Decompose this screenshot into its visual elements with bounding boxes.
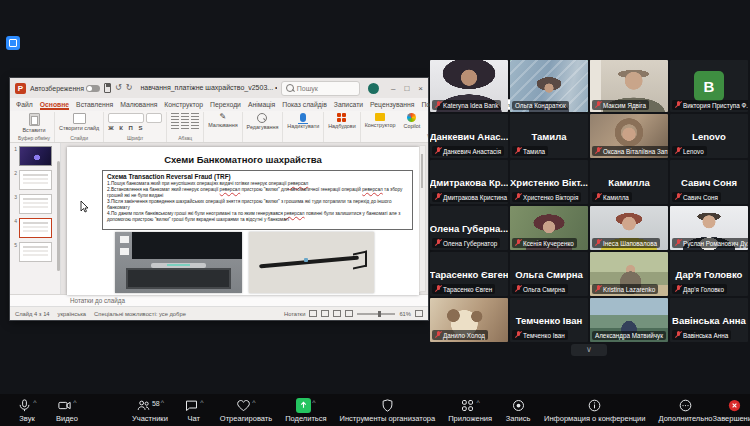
document-title[interactable]: навчання_платіжне шахрайство_v2503... • … bbox=[140, 84, 276, 92]
slide-thumbnail-5[interactable]: 5 bbox=[12, 242, 58, 262]
tab-design[interactable]: Конструктор bbox=[164, 101, 203, 108]
bullet-list-icon[interactable] bbox=[171, 113, 179, 120]
participant-tile-savych[interactable]: Савич Соня Савич Соня bbox=[670, 160, 748, 204]
designer-button[interactable]: Конструктор bbox=[365, 113, 396, 128]
toggle-off-icon[interactable] bbox=[86, 85, 100, 92]
chevron-up-icon[interactable]: ^ bbox=[200, 399, 203, 406]
participant-tile-temchenko[interactable]: Темченко Іван Темченко Іван bbox=[510, 298, 588, 342]
paste-button[interactable]: Вставити bbox=[22, 113, 45, 133]
tab-home[interactable]: Основне bbox=[40, 101, 69, 108]
language-indicator[interactable]: українська bbox=[58, 311, 87, 317]
tab-record[interactable]: Записати bbox=[334, 101, 363, 108]
participant-tile-maksym-yadviha[interactable]: Максим Ядвіга bbox=[590, 60, 668, 112]
accessibility-status[interactable]: Спеціальні можливості: усе добре bbox=[94, 311, 186, 317]
participants-button[interactable]: 58 ^ Участники bbox=[132, 398, 168, 423]
participant-tile-kucherenko[interactable]: Ксенія Кучеренко bbox=[510, 206, 588, 250]
tab-slideshow[interactable]: Показ слайдів bbox=[282, 101, 327, 108]
tab-file[interactable]: Файл bbox=[16, 101, 33, 108]
dictate-button[interactable]: Надиктувати bbox=[287, 113, 319, 129]
collapse-gallery-button[interactable]: ∨ bbox=[571, 344, 607, 356]
search-input[interactable]: Пошук bbox=[281, 81, 360, 96]
draw-button[interactable]: ✎ Малювання bbox=[208, 113, 237, 128]
chat-button[interactable]: ^ Чат bbox=[181, 398, 207, 423]
meeting-info-button[interactable]: Информация о конференции bbox=[544, 398, 645, 423]
chevron-up-icon[interactable]: ^ bbox=[312, 399, 315, 406]
participant-tile-viktoriya-prystupa[interactable]: В Виктория Приступа Ф... bbox=[670, 60, 748, 112]
collapse-ribbon-icon[interactable]: ∨ bbox=[424, 132, 428, 142]
undo-icon[interactable]: ↺ bbox=[115, 84, 122, 92]
participant-tile-lazarenko[interactable]: Kristina Lazarenko bbox=[590, 252, 668, 296]
participant-tile-dmytrakova[interactable]: Дмитракова Кр... Дмитракова Кристина bbox=[430, 160, 508, 204]
indent-icon[interactable] bbox=[191, 113, 199, 120]
font-style-buttons[interactable]: Ж К П S bbox=[108, 125, 162, 131]
participant-tile-shapovalova[interactable]: Інеса Шаповалова bbox=[590, 206, 668, 250]
save-icon[interactable] bbox=[104, 83, 111, 93]
participant-tile-holovko[interactable]: Дар'я Головко Дар'я Головко bbox=[670, 252, 748, 296]
account-avatar[interactable] bbox=[368, 83, 379, 94]
tab-review[interactable]: Рецензування bbox=[370, 101, 414, 108]
editing-button[interactable]: Редагування bbox=[247, 113, 279, 130]
numbered-list-icon[interactable] bbox=[181, 113, 189, 120]
notes-toggle-button[interactable]: Нотатки bbox=[284, 311, 305, 317]
current-slide[interactable]: Схеми Банкоматного шахрайства Схема Tran… bbox=[67, 147, 419, 295]
maximize-button[interactable]: □ bbox=[405, 84, 410, 93]
slide-number-indicator[interactable]: Слайд 4 з 14 bbox=[15, 311, 50, 317]
normal-view-icon[interactable] bbox=[309, 310, 317, 317]
participant-tile-olha-kondratiuk[interactable]: Ольга Кондратюк bbox=[510, 60, 588, 112]
apps-button[interactable]: ^ Приложения bbox=[448, 398, 492, 423]
tab-insert[interactable]: Вставлення bbox=[76, 101, 113, 108]
slide-thumbnail-3[interactable]: 3 bbox=[12, 194, 58, 214]
participant-tile-kateryna[interactable]: Kateryna Idea Bank bbox=[430, 60, 508, 112]
audio-button[interactable]: ^ Звук bbox=[14, 398, 40, 423]
video-button[interactable]: ^ Видео bbox=[54, 398, 80, 423]
react-button[interactable]: ^ Отреагировать bbox=[220, 398, 272, 423]
addins-button[interactable]: Надбудови bbox=[328, 113, 356, 129]
participant-tile-kamylla[interactable]: Камилла Камилла bbox=[590, 160, 668, 204]
participant-tile-tarasenko[interactable]: Тарасенко Євген Тарасенко Євген bbox=[430, 252, 508, 296]
record-button[interactable]: Запись bbox=[505, 398, 531, 423]
chevron-up-icon[interactable]: ^ bbox=[161, 399, 164, 406]
slideshow-icon[interactable] bbox=[345, 310, 353, 317]
tab-draw[interactable]: Малювання bbox=[120, 101, 157, 108]
align-left-icon[interactable] bbox=[171, 122, 179, 129]
more-button[interactable]: Дополнительно bbox=[658, 398, 712, 423]
end-meeting-button[interactable]: Завершение bbox=[712, 398, 750, 423]
slide-sorter-icon[interactable] bbox=[321, 310, 329, 317]
slide-thumbnail-4-selected[interactable]: 4 bbox=[12, 218, 58, 238]
host-tools-button[interactable]: Инструменты организатора bbox=[340, 398, 436, 423]
new-slide-button[interactable]: Створити слайд bbox=[59, 113, 99, 131]
tab-transitions[interactable]: Переходи bbox=[210, 101, 241, 108]
participant-tile-dankevych[interactable]: Данкевич Анас... Данкевич Анастасія bbox=[430, 114, 508, 158]
share-screen-button[interactable]: ^ Поделиться bbox=[285, 398, 326, 423]
reading-view-icon[interactable] bbox=[333, 310, 341, 317]
tab-animations[interactable]: Анімація bbox=[248, 101, 275, 108]
chevron-up-icon[interactable]: ^ bbox=[33, 399, 36, 406]
align-right-icon[interactable] bbox=[191, 122, 199, 129]
redo-icon[interactable]: ↻ bbox=[126, 84, 133, 92]
font-name-select[interactable] bbox=[108, 113, 144, 123]
participant-tile-hubernator[interactable]: Олена Губерна... Олена Губернатор bbox=[430, 206, 508, 250]
close-button[interactable]: × bbox=[418, 84, 423, 93]
copilot-button[interactable]: Copilot bbox=[403, 113, 420, 129]
fit-slide-icon[interactable] bbox=[415, 310, 423, 317]
autosave-toggle[interactable]: Автозбереження bbox=[30, 85, 100, 92]
chevron-up-icon[interactable]: ^ bbox=[73, 399, 76, 406]
participant-tile-smyrna[interactable]: Ольга Смирна Ольга Смирна bbox=[510, 252, 588, 296]
slide-thumbnail-1[interactable]: 1 bbox=[12, 146, 58, 166]
participant-tile-oksana[interactable]: Оксана Віталіївна Зап... bbox=[590, 114, 668, 158]
chevron-up-icon[interactable]: ^ bbox=[252, 399, 255, 406]
participant-tile-kholod[interactable]: Данило Холод bbox=[430, 298, 508, 342]
zoom-level[interactable]: 61% bbox=[399, 311, 411, 317]
participant-tile-lenovo[interactable]: Lenovo Lenovo bbox=[670, 114, 748, 158]
chevron-up-icon[interactable]: ^ bbox=[476, 399, 479, 406]
participant-tile-matviychuk[interactable]: Александра Матвийчук bbox=[590, 298, 668, 342]
notes-pane[interactable]: Нотатки до слайда bbox=[10, 294, 428, 306]
participant-tile-khrystenko[interactable]: Христенко Вікт... Христенко Вікторія bbox=[510, 160, 588, 204]
slide-thumbnail-2[interactable]: 2 bbox=[12, 170, 58, 190]
participant-tile-tamyla[interactable]: Тамила Тамила bbox=[510, 114, 588, 158]
zoom-slider[interactable] bbox=[357, 313, 395, 315]
minimize-button[interactable]: – bbox=[391, 84, 395, 93]
font-size-select[interactable] bbox=[146, 113, 162, 123]
participant-tile-vavinska[interactable]: Вавінська Анна Вавінська Анна bbox=[670, 298, 748, 342]
screen-share-indicator-badge[interactable] bbox=[6, 36, 20, 50]
